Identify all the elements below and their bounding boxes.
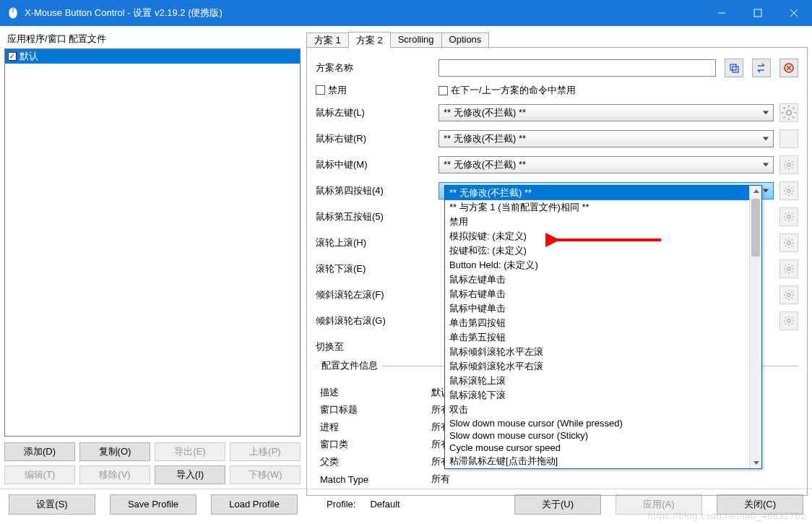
svg-line-64	[792, 265, 793, 267]
middle-button-combo[interactable]: ** 无修改(不拦截) **	[439, 156, 774, 173]
dropdown-option[interactable]: 鼠标中键单击	[445, 301, 761, 316]
svg-point-38	[787, 215, 790, 218]
svg-line-46	[792, 213, 793, 215]
button4-dropdown-list[interactable]: ** 无修改(不拦截) **** 与方案 1 (当前配置文件)相同 **禁用模拟…	[444, 185, 762, 469]
gear-icon[interactable]	[779, 259, 798, 278]
apply-button[interactable]: 应用(A)	[616, 494, 702, 515]
dropdown-option[interactable]: 模拟按键: (未定义)	[445, 229, 761, 244]
profile-pane-header: 应用程序/窗口 配置文件	[4, 31, 301, 48]
dropdown-option[interactable]: Button Held: (未定义)	[445, 258, 761, 272]
svg-line-16	[784, 108, 785, 109]
dropdown-option[interactable]: Slow down mouse cursor (While pressed)	[445, 417, 761, 429]
close-button[interactable]	[776, 0, 812, 26]
profile-label: Profile:	[327, 499, 355, 510]
right-button-combo[interactable]: ** 无修改(不拦截) **	[439, 130, 774, 147]
maximize-button[interactable]	[740, 0, 776, 26]
svg-line-28	[792, 161, 793, 163]
svg-line-45	[785, 220, 787, 221]
dropdown-option[interactable]: 鼠标滚轮下滚	[445, 388, 761, 403]
svg-line-73	[792, 291, 793, 293]
gear-icon[interactable]	[779, 103, 798, 122]
name-label: 方案名称	[316, 61, 431, 74]
gear-icon[interactable]	[779, 312, 798, 330]
dropdown-option[interactable]: 单击第四按钮	[445, 316, 761, 330]
tab-scrolling[interactable]: Scrolling	[390, 33, 442, 48]
svg-line-55	[792, 239, 793, 241]
svg-point-56	[787, 267, 790, 270]
add-button[interactable]: 添加(D)	[4, 442, 75, 461]
dropdown-option[interactable]: 鼠标滚轮上滚	[445, 374, 761, 388]
svg-point-11	[787, 111, 792, 116]
save-profile-button[interactable]: Save Profile	[110, 494, 196, 515]
dropdown-scrollbar[interactable]	[749, 186, 761, 468]
dropdown-option[interactable]: ** 与方案 1 (当前配置文件)相同 **	[445, 200, 761, 215]
window-title: X-Mouse Button Control - 设置 v2.19.2 (便携版…	[25, 7, 704, 20]
wheelup-label: 滚轮上滚(H)	[316, 236, 431, 249]
svg-line-80	[792, 324, 793, 325]
svg-line-63	[785, 272, 787, 273]
import-button[interactable]: 导入(I)	[155, 465, 225, 484]
svg-line-34	[785, 187, 787, 189]
moveup-button[interactable]: 上移(P)	[230, 442, 301, 461]
profile-list[interactable]: ✓ 默认	[4, 48, 301, 437]
dropdown-option[interactable]: 禁用	[445, 215, 761, 229]
dropdown-option[interactable]: 鼠标倾斜滚轮水平右滚	[445, 359, 761, 374]
svg-line-53	[792, 246, 793, 247]
svg-line-70	[785, 291, 787, 293]
movedown-button[interactable]: 下移(W)	[230, 465, 301, 484]
info-title-label: 窗口标题	[316, 403, 431, 416]
disable-next-checkbox[interactable]: 在下一/上一方案的命令中禁用	[439, 84, 576, 97]
svg-line-79	[785, 317, 787, 319]
svg-line-61	[785, 265, 787, 267]
swap-layer-icon[interactable]	[752, 59, 771, 77]
dropdown-option[interactable]: ** 无修改(不拦截) **	[445, 186, 761, 200]
remove-button[interactable]: 移除(V)	[79, 465, 150, 484]
dropdown-option[interactable]: 鼠标左键单击	[445, 272, 761, 287]
wheeldown-label: 滚轮下滚(E)	[316, 262, 431, 275]
delete-layer-icon[interactable]	[779, 59, 798, 77]
minimize-button[interactable]	[704, 0, 740, 26]
export-button[interactable]: 导出(E)	[155, 442, 225, 461]
profile-value: Default	[370, 499, 399, 510]
section-header: 配置文件信息	[317, 360, 382, 371]
dropdown-option[interactable]: 鼠标右键单击	[445, 287, 761, 301]
gear-icon[interactable]	[779, 155, 798, 174]
tab-layer2[interactable]: 方案 2	[348, 32, 391, 48]
svg-rect-6	[730, 64, 736, 70]
load-profile-button[interactable]: Load Profile	[211, 494, 298, 515]
svg-rect-3	[754, 9, 761, 17]
svg-line-25	[785, 161, 787, 163]
tab-options[interactable]: Options	[441, 33, 490, 48]
gear-icon[interactable]	[779, 207, 798, 226]
about-button[interactable]: 关于(U)	[514, 494, 601, 515]
dropdown-option[interactable]: Slow down mouse cursor (Sticky)	[445, 429, 761, 442]
gear-icon[interactable]	[779, 233, 798, 252]
dropdown-option[interactable]: Cycle mouse cursor speed	[445, 442, 761, 454]
close-dialog-button[interactable]: 关闭(C)	[717, 494, 803, 515]
left-button-combo[interactable]: ** 无修改(不拦截) **	[439, 104, 774, 121]
profile-item-default[interactable]: ✓ 默认	[5, 49, 300, 64]
copy-button[interactable]: 复制(O)	[79, 442, 150, 461]
svg-point-20	[787, 163, 790, 166]
disable-checkbox[interactable]: 禁用	[316, 84, 347, 97]
gear-icon[interactable]	[779, 285, 798, 304]
svg-line-19	[792, 108, 794, 109]
dropdown-option[interactable]: 鼠标倾斜滚轮水平左滚	[445, 345, 761, 359]
right-button-label: 鼠标右键(R)	[316, 132, 431, 145]
settings-button[interactable]: 设置(S)	[9, 494, 95, 515]
edit-button[interactable]: 编辑(T)	[4, 465, 75, 484]
button5-label: 鼠标第五按钮(5)	[316, 210, 431, 223]
tab-layer1[interactable]: 方案 1	[306, 33, 349, 48]
info-parent-label: 父类	[316, 455, 431, 468]
profile-checkbox[interactable]: ✓	[8, 52, 17, 61]
gear-icon[interactable]	[779, 129, 798, 148]
copy-layer-icon[interactable]	[725, 59, 743, 77]
gear-icon[interactable]	[779, 181, 798, 200]
switchto-label: 切换至	[316, 340, 431, 353]
dropdown-option[interactable]: 粘滞鼠标左键[点击并拖动]	[445, 454, 761, 468]
dropdown-option[interactable]: 双击	[445, 403, 761, 417]
dropdown-option[interactable]: 单击第五按钮	[445, 330, 761, 345]
info-class-label: 窗口类	[316, 438, 431, 451]
dropdown-option[interactable]: 按键和弦: (未定义)	[445, 244, 761, 258]
layer-name-input[interactable]	[439, 59, 716, 77]
